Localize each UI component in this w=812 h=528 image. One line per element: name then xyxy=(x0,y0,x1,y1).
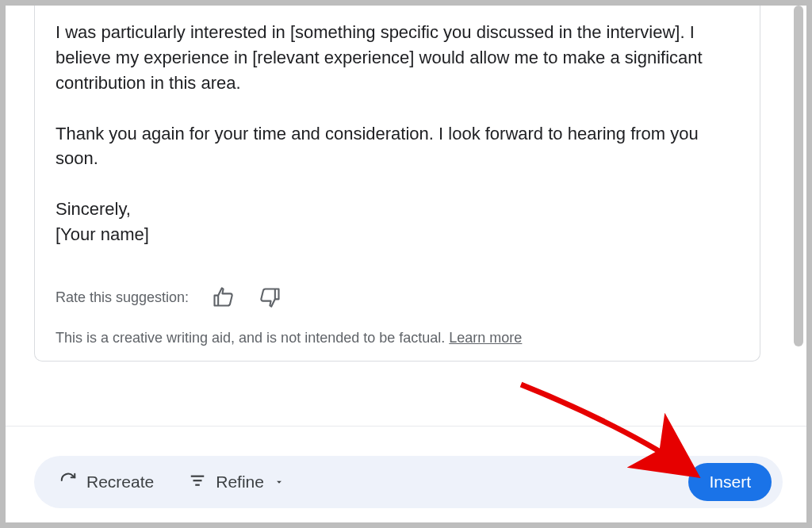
refresh-icon xyxy=(59,472,77,493)
suggestion-card: I was particularly interested in [someth… xyxy=(34,6,760,362)
recreate-label: Recreate xyxy=(86,473,154,492)
disclaimer-body: This is a creative writing aid, and is n… xyxy=(56,330,449,346)
thumbs-up-button[interactable] xyxy=(209,284,236,311)
suggestion-text: I was particularly interested in [someth… xyxy=(56,20,739,247)
insert-button[interactable]: Insert xyxy=(688,463,772,501)
divider xyxy=(6,426,806,427)
refine-button[interactable]: Refine xyxy=(186,467,288,498)
learn-more-link[interactable]: Learn more xyxy=(449,330,522,346)
rating-label: Rate this suggestion: xyxy=(56,289,189,306)
disclaimer-text: This is a creative writing aid, and is n… xyxy=(56,330,739,346)
refine-label: Refine xyxy=(216,473,264,492)
insert-label: Insert xyxy=(709,473,751,492)
thumbs-down-button[interactable] xyxy=(257,284,284,311)
app-window: I was particularly interested in [someth… xyxy=(6,6,806,522)
recreate-button[interactable]: Recreate xyxy=(56,467,157,498)
rating-row: Rate this suggestion: xyxy=(56,284,739,311)
thumbs-down-icon xyxy=(259,286,282,308)
thumbs-up-icon xyxy=(212,286,234,308)
action-bar: Recreate Refine Insert xyxy=(34,456,783,508)
svg-rect-1 xyxy=(193,480,202,481)
scrollbar-thumb[interactable] xyxy=(794,6,803,346)
svg-rect-0 xyxy=(191,475,205,476)
svg-rect-2 xyxy=(195,484,200,485)
filter-icon xyxy=(189,472,206,493)
chevron-down-icon xyxy=(274,473,285,492)
